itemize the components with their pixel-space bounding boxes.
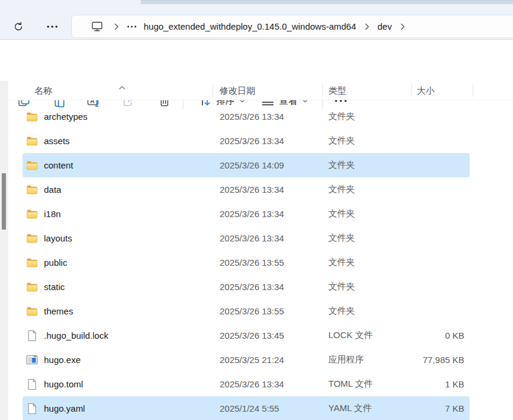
file-date: 2025/3/26 13:34 xyxy=(220,112,328,122)
chevron-right-icon xyxy=(365,23,369,30)
file-name-cell: data xyxy=(23,184,220,195)
file-row-hugo-toml[interactable]: hugo.toml 2025/3/26 13:34 TOML 文件 1 KB xyxy=(23,372,470,396)
navigation-more-button[interactable] xyxy=(42,18,63,35)
file-date: 2025/3/26 13:34 xyxy=(220,282,328,292)
file-name: i18n xyxy=(44,209,61,219)
column-header-row: 名称 修改日期 类型 大小 xyxy=(9,81,513,100)
file-name-cell: themes xyxy=(23,306,220,316)
file-date: 2025/3/26 13:34 xyxy=(220,233,328,243)
file-name: assets xyxy=(44,136,69,146)
document-icon xyxy=(27,330,37,342)
file-row-public[interactable]: public 2025/3/26 13:55 文件夹 xyxy=(23,250,470,275)
file-name: archetypes xyxy=(44,112,87,122)
file-name-cell: hugo.exe xyxy=(23,355,220,365)
column-divider[interactable] xyxy=(473,84,473,97)
chevron-right-icon xyxy=(114,23,119,30)
file-icon xyxy=(26,403,38,415)
vertical-scrollbar[interactable] xyxy=(0,81,8,420)
column-header-name[interactable]: 名称 xyxy=(34,85,52,97)
file-date: 2025/1/24 5:55 xyxy=(220,403,328,413)
file-name-cell: .hugo_build.lock xyxy=(23,330,220,342)
sort-ascending-icon xyxy=(119,81,125,92)
address-bar[interactable]: hugo_extended_withdeploy_0.145.0_windows… xyxy=(71,15,513,38)
file-date: 2025/3/26 14:09 xyxy=(220,160,328,170)
monitor-icon xyxy=(91,21,103,32)
file-type: 文件夹 xyxy=(328,281,417,292)
file-icon xyxy=(26,257,38,268)
file-size: 77,985 KB xyxy=(417,355,464,365)
file-name-cell: public xyxy=(23,257,220,268)
file-name: public xyxy=(44,257,67,268)
ellipsis-icon xyxy=(127,26,137,28)
file-date: 2025/3/26 13:34 xyxy=(220,379,328,389)
refresh-button[interactable] xyxy=(8,18,29,35)
file-name-cell: hugo.toml xyxy=(23,378,220,390)
file-row-static[interactable]: static 2025/3/26 13:34 文件夹 xyxy=(23,275,470,299)
file-row-content[interactable]: content 2025/3/26 14:09 文件夹 xyxy=(23,153,470,177)
breadcrumb-segment-dev[interactable]: dev xyxy=(374,18,395,36)
file-type: 文件夹 xyxy=(328,184,417,195)
file-type: 文件夹 xyxy=(328,257,417,268)
file-type: YAML 文件 xyxy=(328,403,417,414)
file-name-cell: hugo.yaml xyxy=(23,403,220,415)
file-list: archetypes 2025/3/26 13:34 文件夹 assets 20… xyxy=(0,104,513,420)
scrollbar-thumb[interactable] xyxy=(2,173,6,230)
breadcrumb-segment-folder[interactable]: hugo_extended_withdeploy_0.145.0_windows… xyxy=(140,18,360,36)
file-size: 0 KB xyxy=(417,330,464,341)
file-row--hugo-build-lock[interactable]: .hugo_build.lock 2025/3/26 13:45 LOCK 文件… xyxy=(23,323,470,348)
file-icon xyxy=(26,233,38,243)
file-type: 文件夹 xyxy=(328,306,417,317)
file-icon xyxy=(26,355,38,365)
file-row-hugo-yaml[interactable]: hugo.yaml 2025/1/24 5:55 YAML 文件 7 KB xyxy=(23,396,470,420)
file-name-cell: i18n xyxy=(23,209,220,219)
file-row-themes[interactable]: themes 2025/3/26 13:55 文件夹 xyxy=(23,299,470,323)
column-divider[interactable] xyxy=(322,84,323,97)
column-divider[interactable] xyxy=(411,84,412,97)
file-name-cell: layouts xyxy=(23,233,220,243)
header-divider xyxy=(9,100,513,100)
folder-icon xyxy=(26,160,38,170)
file-row-assets[interactable]: assets 2025/3/26 13:34 文件夹 xyxy=(23,129,470,153)
application-icon xyxy=(26,355,38,365)
file-row-layouts[interactable]: layouts 2025/3/26 13:34 文件夹 xyxy=(23,226,470,250)
file-name: .hugo_build.lock xyxy=(44,330,108,341)
file-type: TOML 文件 xyxy=(328,378,417,390)
file-name-cell: archetypes xyxy=(23,112,220,122)
file-row-data[interactable]: data 2025/3/26 13:34 文件夹 xyxy=(23,177,470,202)
column-divider[interactable] xyxy=(213,84,213,97)
column-header-size[interactable]: 大小 xyxy=(417,85,435,97)
file-date: 2025/3/26 13:55 xyxy=(220,257,328,268)
column-header-type[interactable]: 类型 xyxy=(328,85,346,97)
file-icon xyxy=(26,112,38,122)
breadcrumb-this-pc[interactable] xyxy=(87,18,107,36)
file-date: 2025/3/25 21:24 xyxy=(220,355,328,365)
file-icon xyxy=(26,209,38,219)
file-icon xyxy=(26,282,38,292)
file-icon xyxy=(26,136,38,146)
file-row-archetypes[interactable]: archetypes 2025/3/26 13:34 文件夹 xyxy=(23,104,470,129)
file-name-cell: assets xyxy=(23,136,220,146)
document-icon xyxy=(27,403,37,415)
file-date: 2025/3/26 13:55 xyxy=(220,306,328,316)
file-icon xyxy=(26,306,38,316)
ellipsis-icon xyxy=(46,25,58,28)
file-icon xyxy=(26,378,38,390)
file-type: 应用程序 xyxy=(328,354,417,365)
file-size: 1 KB xyxy=(417,379,464,389)
folder-icon xyxy=(26,282,38,292)
breadcrumb-overflow-button[interactable] xyxy=(124,18,140,36)
column-header-date[interactable]: 修改日期 xyxy=(220,85,255,97)
file-icon xyxy=(26,184,38,195)
folder-icon xyxy=(26,112,38,122)
folder-icon xyxy=(26,136,38,146)
tab-bar-background xyxy=(141,0,513,4)
file-type: 文件夹 xyxy=(328,135,417,147)
command-toolbar: A 排序 查看 xyxy=(0,40,513,81)
folder-icon xyxy=(26,209,38,219)
file-row-hugo-exe[interactable]: hugo.exe 2025/3/25 21:24 应用程序 77,985 KB xyxy=(23,348,470,372)
file-name-cell: content xyxy=(23,160,220,170)
file-date: 2025/3/26 13:34 xyxy=(220,184,328,195)
refresh-icon xyxy=(13,21,24,32)
chevron-right-icon xyxy=(400,23,405,30)
file-row-i18n[interactable]: i18n 2025/3/26 13:34 文件夹 xyxy=(23,202,470,226)
